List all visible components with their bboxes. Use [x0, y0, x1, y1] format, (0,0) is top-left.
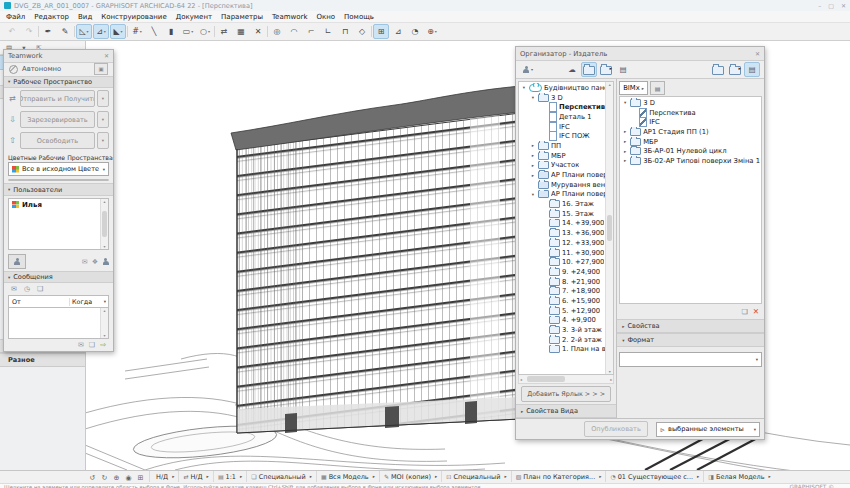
toolbar-button[interactable]: ╲ — [146, 24, 162, 39]
format-header[interactable]: ▾ Формат — [617, 333, 764, 347]
toolbar-button[interactable]: ⊓ — [337, 24, 353, 39]
delete-item-icon[interactable]: ✕ — [753, 307, 759, 316]
menu-item[interactable]: Документ — [176, 13, 212, 21]
toolbar-button[interactable]: ⊕ — [424, 24, 440, 39]
colored-workspaces-select[interactable]: Все в исходном Цвете ▾ — [8, 162, 109, 176]
menu-item[interactable]: Файл — [6, 13, 25, 21]
tree-expander-icon[interactable]: ▸ — [530, 163, 536, 168]
toolbar-button[interactable] — [371, 26, 372, 37]
tree-item[interactable]: 13. +36,900 — [520, 228, 605, 238]
toolbar-button[interactable]: ⊿ — [390, 24, 406, 39]
new-format-icon[interactable]: ❏ — [741, 308, 747, 316]
tree-expander-icon[interactable]: ▾ — [530, 192, 536, 197]
toolbox-item[interactable]: Разное — [0, 353, 85, 367]
toolbar-button[interactable]: ○ — [197, 24, 213, 39]
tree-item[interactable]: 6. +15,900 — [520, 296, 605, 306]
message-user-icon[interactable]: ✉ — [82, 258, 88, 266]
toolbar-button[interactable]: ✎ — [57, 24, 73, 39]
toolbar-button[interactable] — [74, 26, 75, 37]
toolbar-button[interactable]: # — [129, 24, 145, 39]
toolbar-button[interactable]: ⊞ — [373, 24, 389, 39]
toolbar-button[interactable]: ◔ — [407, 24, 423, 39]
user-colors-icon[interactable]: ❖ — [92, 258, 98, 266]
tree-expander-icon[interactable]: ▸ — [530, 173, 536, 178]
tree-item[interactable]: Перспектива — [520, 102, 605, 112]
toolbar-button[interactable]: ▮ — [163, 24, 179, 39]
user-row[interactable]: Илья — [9, 199, 108, 211]
column-from[interactable]: От — [9, 298, 70, 306]
tree-item[interactable]: ▾ АР Плани поверхів - кладочні — [520, 190, 605, 200]
tree-expander-icon[interactable]: ▸ — [530, 143, 536, 148]
users-list[interactable]: Илья ▴▾ — [8, 198, 109, 251]
tree-item[interactable]: ▸ Участок — [520, 161, 605, 171]
tree-item[interactable]: 1. План на відмітці 0,000 — [520, 345, 605, 355]
toolbar-button[interactable]: ◠ — [286, 24, 302, 39]
messages-section-header[interactable]: ▾ Сообщения — [4, 271, 113, 283]
column-when[interactable]: Когда ▾ — [70, 298, 108, 306]
reserve-dropdown[interactable]: ▾ — [97, 111, 109, 128]
quick-option[interactable]: ✎ МОІ (копия) ▸ — [379, 471, 441, 482]
reserve-button[interactable]: Зарезервировать — [20, 111, 95, 128]
layout-book-button[interactable] — [598, 62, 614, 77]
inbox-tab-icon[interactable]: ✉ — [11, 285, 17, 293]
tree-item[interactable]: ▸ 3Б-02-АР Типові поверхи Зміна 1 — [621, 156, 760, 166]
tree-item[interactable]: 9. +24,900 — [520, 267, 605, 277]
collapse-icon[interactable]: ▾ — [8, 79, 10, 84]
view-map-hscrollbar[interactable]: ◂▸ — [518, 375, 614, 384]
publisher-set-select[interactable]: BIMx ▸ — [619, 81, 648, 95]
send-receive-dropdown[interactable]: ▾ — [97, 90, 109, 107]
right-layout-book-button[interactable] — [727, 62, 743, 77]
tree-item[interactable]: Мурування вентиляційних каналів ти — [520, 180, 605, 190]
tree-expander-icon[interactable]: ▸ — [622, 139, 628, 144]
menu-item[interactable]: Окно — [316, 13, 335, 21]
tree-item[interactable]: ▸ АР Плани поверхів - маркувальні — [520, 170, 605, 180]
tree-item[interactable]: IFC — [621, 117, 760, 127]
tree-item[interactable]: ▸ 3Б-АР-01 Нулевой цикл — [621, 146, 760, 156]
quick-option[interactable]: ▦ Вся Модель ▸ — [316, 471, 379, 482]
publisher-set-properties-button[interactable]: ▤ — [650, 81, 665, 95]
collapse-icon[interactable]: ▾ — [622, 338, 624, 343]
properties-header[interactable]: ▸ Свойства — [617, 319, 764, 333]
publisher-user-button[interactable]: ▾ — [520, 62, 536, 77]
close-icon[interactable]: ✕ — [755, 50, 760, 57]
tree-item[interactable]: ▾ 3 D — [621, 98, 760, 108]
reply-icon[interactable]: ✉ — [78, 341, 84, 349]
menu-item[interactable]: Параметры — [221, 13, 263, 21]
tree-item[interactable]: IFC ПОЖ — [520, 131, 605, 141]
tree-item[interactable]: 5. +12,900 — [520, 306, 605, 316]
tree-expander-icon[interactable]: ▸ — [530, 153, 536, 158]
quick-option[interactable]: ▤ 1:1 ▸ — [213, 471, 246, 482]
tree-expander-icon[interactable]: ▾ — [530, 95, 536, 100]
collapse-icon[interactable]: ▸ — [622, 324, 624, 329]
tree-item[interactable]: 4. +9,900 — [520, 316, 605, 326]
menu-item[interactable]: Редактор — [34, 13, 69, 21]
menu-item[interactable]: Вид — [78, 13, 92, 21]
toolbar-button[interactable]: ▦ — [233, 24, 249, 39]
right-view-map-button[interactable] — [710, 62, 726, 77]
tree-expander-icon[interactable]: ▸ — [622, 129, 628, 134]
tree-item[interactable]: IFC — [520, 122, 605, 132]
tree-item[interactable]: Деталь 1 — [520, 112, 605, 122]
tree-expander-icon[interactable]: ▸ — [622, 158, 628, 163]
view-properties-header[interactable]: ▸ Свойства Вида — [516, 404, 616, 418]
tree-item[interactable]: 8. +21,900 — [520, 277, 605, 287]
quick-option[interactable]: ◨ Белая Модель ▸ — [703, 471, 775, 482]
organizer-titlebar[interactable]: Организатор - Издатель ✕ — [516, 47, 764, 61]
toolbar-button[interactable]: ◣ — [110, 24, 126, 39]
quick-option[interactable]: ⇄ Н/Д ▸ — [178, 471, 212, 482]
tree-item[interactable]: 11. +30,900 — [520, 248, 605, 258]
delete-message-icon[interactable]: ❏ — [89, 341, 95, 349]
user-profile-icon[interactable] — [102, 258, 109, 266]
tree-item[interactable]: Перспектива — [621, 108, 760, 118]
close-icon[interactable]: ✕ — [104, 52, 109, 59]
menu-item[interactable]: Конструирование — [101, 13, 166, 21]
toolbar-button[interactable]: ⇄ — [216, 24, 232, 39]
tree-item[interactable]: ▸ МБР — [621, 137, 760, 147]
tree-item[interactable]: ▸ МБР — [520, 151, 605, 161]
quick-option[interactable]: ⊡ Специальный ▸ — [441, 471, 510, 482]
toolbar-button[interactable]: ✒ — [40, 24, 56, 39]
send-message-icon[interactable]: ⇨ — [100, 341, 106, 349]
view-nav-icon[interactable]: ⊞ — [136, 474, 145, 482]
quick-option[interactable]: Н/Д ▸ — [149, 471, 178, 482]
teamwork-panel-button[interactable]: ▣ — [94, 63, 108, 75]
